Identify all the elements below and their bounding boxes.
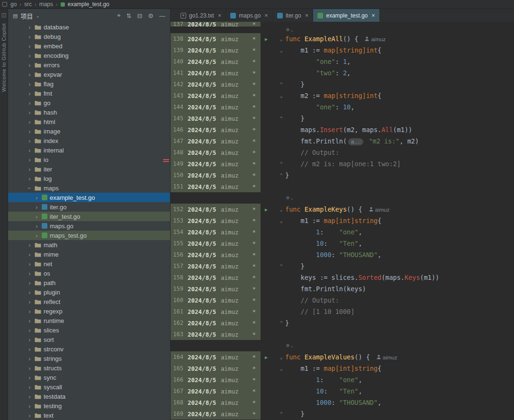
- tree-item-reflect[interactable]: ›reflect: [8, 297, 170, 306]
- fold-down-icon[interactable]: ⌄: [280, 93, 283, 99]
- code-line[interactable]: m1 := map[int]string{: [285, 363, 514, 374]
- chevron-right-icon[interactable]: ›: [27, 24, 32, 31]
- code-line[interactable]: m2 := map[string]int{: [285, 90, 514, 101]
- code-line[interactable]: 1: "one",: [285, 374, 514, 385]
- fold-up-icon[interactable]: ⌃: [280, 116, 283, 122]
- fold-down-icon[interactable]: ⌄: [280, 366, 283, 372]
- breadcrumb-item[interactable]: maps: [39, 1, 53, 8]
- chevron-right-icon[interactable]: ›: [27, 80, 32, 88]
- chevron-right-icon[interactable]: ›: [27, 402, 32, 410]
- blame-annotation[interactable]: 1402024/8/5aimuz*: [171, 56, 261, 67]
- blame-annotation[interactable]: 1372024/8/5aimuz*: [171, 22, 261, 27]
- chevron-right-icon[interactable]: ›: [27, 241, 32, 249]
- chevron-right-icon[interactable]: ›: [34, 213, 39, 220]
- editor-tab-iter-go[interactable]: iter.go×: [273, 9, 313, 22]
- tree-item-maps[interactable]: ›maps: [8, 183, 170, 193]
- blame-annotation[interactable]: 1432024/8/5aimuz*: [171, 90, 261, 101]
- chevron-right-icon[interactable]: ›: [27, 175, 32, 182]
- code-line[interactable]: fmt.Println(a…: "m2 is:", m2): [285, 135, 514, 147]
- blame-annotation[interactable]: 1382024/8/5aimuz*: [171, 33, 261, 45]
- chevron-right-icon[interactable]: ›: [27, 156, 32, 163]
- collapse-all-icon[interactable]: ⊟: [137, 12, 142, 19]
- code-vision-gear-icon[interactable]: ⚙: [286, 340, 289, 351]
- tree-item-fmt[interactable]: ›fmt: [8, 89, 170, 98]
- tree-item-text[interactable]: ›text: [8, 411, 170, 420]
- chevron-right-icon[interactable]: ›: [27, 355, 32, 362]
- code-line[interactable]: func ExampleValues() {aimuz: [285, 351, 514, 363]
- blame-annotation[interactable]: 1542024/8/5aimuz*: [171, 226, 261, 238]
- tree-item-io[interactable]: ›io: [8, 155, 170, 164]
- chevron-right-icon[interactable]: ›: [27, 137, 32, 144]
- code-line[interactable]: }: [285, 170, 514, 181]
- chevron-right-icon[interactable]: ›: [27, 71, 32, 78]
- chevron-right-icon[interactable]: ›: [34, 232, 39, 239]
- chevron-right-icon[interactable]: ›: [27, 346, 32, 353]
- blame-annotation[interactable]: 1452024/8/5aimuz*: [171, 113, 261, 124]
- blame-annotation[interactable]: 1502024/8/5aimuz*: [171, 170, 261, 181]
- tree-item-regexp[interactable]: ›regexp: [8, 306, 170, 316]
- code-line[interactable]: 1: "one",: [285, 226, 514, 238]
- tree-item-slices[interactable]: ›slices: [8, 325, 170, 335]
- code-line[interactable]: }: [285, 79, 514, 90]
- author-inlay[interactable]: aimuz: [377, 352, 397, 363]
- chevron-right-icon[interactable]: ›: [27, 308, 32, 315]
- chevron-right-icon[interactable]: ›: [27, 279, 32, 286]
- tree-item-mime[interactable]: ›mime: [8, 250, 170, 259]
- fold-up-icon[interactable]: ⌃: [280, 411, 283, 417]
- blame-annotation[interactable]: 1652024/8/5aimuz*: [171, 363, 261, 374]
- chevron-right-icon[interactable]: ›: [27, 270, 32, 277]
- tree-item-testdata[interactable]: ›testdata: [8, 392, 170, 401]
- code-line[interactable]: // Output:: [285, 295, 514, 306]
- code-line[interactable]: [285, 329, 514, 340]
- tree-item-structs[interactable]: ›structs: [8, 363, 170, 373]
- blame-annotation[interactable]: 1472024/8/5aimuz*: [171, 135, 261, 147]
- code-line[interactable]: func ExampleAll() {aimuz: [285, 33, 514, 45]
- hide-icon[interactable]: —: [159, 12, 165, 19]
- tree-item-image[interactable]: ›image: [8, 126, 170, 136]
- code-line[interactable]: keys := slices.Sorted(maps.Keys(m1)): [285, 272, 514, 283]
- chevron-right-icon[interactable]: ›: [27, 43, 32, 50]
- fold-up-icon[interactable]: ⌃: [280, 320, 283, 326]
- chevron-right-icon[interactable]: ›: [27, 317, 32, 324]
- blame-annotation[interactable]: 1632024/8/5aimuz*: [171, 329, 261, 340]
- code-line[interactable]: }: [285, 317, 514, 329]
- chevron-right-icon[interactable]: ›: [34, 223, 39, 230]
- tree-item-runtime[interactable]: ›runtime: [8, 316, 170, 325]
- chevron-right-icon[interactable]: ›: [27, 298, 32, 305]
- chevron-down-icon[interactable]: ›: [26, 186, 33, 191]
- tree-item-hash[interactable]: ›hash: [8, 107, 170, 117]
- chevron-right-icon[interactable]: ›: [27, 393, 32, 400]
- chevron-right-icon[interactable]: ›: [27, 336, 32, 343]
- tree-item-flag[interactable]: ›flag: [8, 79, 170, 89]
- tree-item-math[interactable]: ›math: [8, 240, 170, 250]
- blame-annotation[interactable]: 1692024/8/5aimuz*: [171, 408, 261, 420]
- chevron-down-icon[interactable]: ⌄: [291, 192, 293, 204]
- chevron-right-icon[interactable]: ›: [27, 62, 32, 69]
- tree-item-plugin[interactable]: ›plugin: [8, 287, 170, 297]
- chevron-right-icon[interactable]: ›: [27, 128, 32, 135]
- tree-item-net[interactable]: ›net: [8, 259, 170, 268]
- tree-item-debug[interactable]: ›debug: [8, 32, 170, 41]
- code-line[interactable]: "one": 10,: [285, 101, 514, 113]
- close-icon[interactable]: ×: [264, 12, 268, 19]
- code-line[interactable]: 1000: "THOUSAND",: [285, 249, 514, 260]
- chevron-right-icon[interactable]: ›: [27, 384, 32, 391]
- chevron-right-icon[interactable]: ›: [27, 374, 32, 381]
- settings-icon[interactable]: ⚙: [148, 12, 153, 19]
- chevron-right-icon[interactable]: ›: [27, 52, 32, 59]
- code-line[interactable]: }: [285, 113, 514, 124]
- tree-item-path[interactable]: ›path: [8, 278, 170, 287]
- code-line[interactable]: 10: "Ten",: [285, 385, 514, 397]
- project-panel-title[interactable]: 项目: [20, 11, 33, 20]
- tree-item-os[interactable]: ›os: [8, 268, 170, 278]
- chevron-right-icon[interactable]: ›: [34, 194, 39, 201]
- breadcrumb-item[interactable]: example_test.go: [68, 1, 109, 8]
- run-test-icon[interactable]: ▶: [265, 207, 268, 212]
- code-line[interactable]: [285, 181, 514, 192]
- blame-annotation[interactable]: 1462024/8/5aimuz*: [171, 124, 261, 135]
- code-line[interactable]: // [1 10 1000]: [285, 306, 514, 317]
- code-vision-gear-icon[interactable]: ⚙: [286, 27, 289, 33]
- code-line[interactable]: 1000: "THOUSAND",: [285, 397, 514, 408]
- tree-item-encoding[interactable]: ›encoding: [8, 51, 170, 60]
- blame-annotation[interactable]: 1602024/8/5aimuz*: [171, 295, 261, 306]
